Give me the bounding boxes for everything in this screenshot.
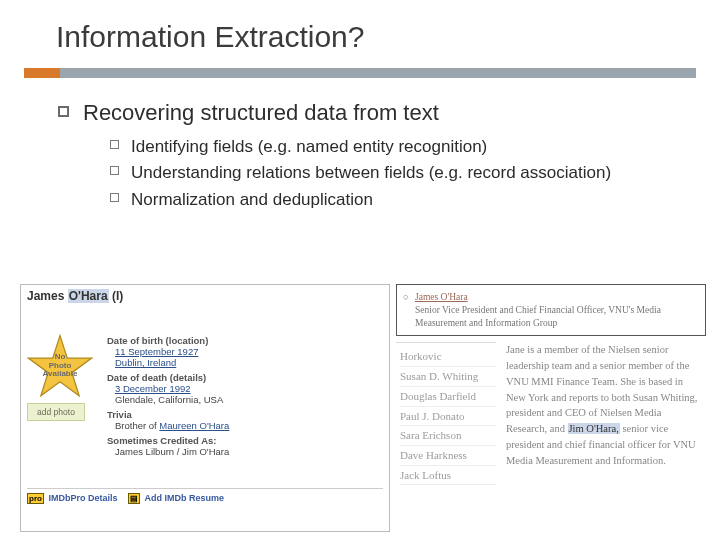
list-item[interactable]: Dave Harkness: [400, 446, 496, 466]
dod-place: Glendale, California, USA: [115, 394, 223, 405]
imdb-snippet: James O'Hara (I) No Photo Available add …: [20, 284, 390, 532]
bio-highlight: Jim O'Hara,: [568, 423, 620, 434]
aka-text: James Lilburn / Jim O'Hara: [115, 446, 229, 457]
bio-text-a: Jane is a member of the Nielsen senior l…: [506, 344, 697, 434]
role-name-link[interactable]: James O'Hara: [415, 292, 468, 302]
name-prefix: James: [27, 289, 64, 303]
imdb-pro-link[interactable]: IMDbPro Details: [46, 493, 119, 503]
dod-date-link[interactable]: 3 December 1992: [115, 383, 191, 394]
bottom-right-row: Horkovic Susan D. Whiting Douglas Darfie…: [396, 342, 706, 532]
accent-bar: [24, 68, 696, 78]
lvl2-text: Normalization and deduplication: [131, 187, 373, 213]
example-snippets: James O'Hara (I) No Photo Available add …: [20, 284, 706, 532]
square-bullet-icon: [110, 166, 119, 175]
list-item[interactable]: Douglas Darfield: [400, 387, 496, 407]
lvl2-text: Understanding relations between fields (…: [131, 160, 611, 186]
dob-date-link[interactable]: 11 September 1927: [115, 346, 198, 357]
role-snippet: ○ James O'Hara Senior Vice President and…: [396, 284, 706, 336]
slide-title: Information Extraction?: [0, 0, 720, 62]
imdb-resume-icon: ▤: [128, 493, 140, 504]
list-item[interactable]: Jack Loftus: [400, 466, 496, 486]
no-photo-label: No Photo Available: [43, 354, 78, 379]
bullet-level2-list: Identifying fields (e.g. named entity re…: [0, 126, 720, 213]
accent-gray: [60, 68, 696, 78]
dob-place-link[interactable]: Dublin, Ireland: [115, 357, 176, 368]
dod-label: Date of death (details): [107, 372, 383, 383]
aka-label: Sometimes Credited As:: [107, 435, 383, 446]
list-item[interactable]: Horkovic: [400, 347, 496, 367]
lvl1-text: Recovering structured data from text: [83, 100, 439, 126]
bullet-level2: Identifying fields (e.g. named entity re…: [110, 134, 720, 160]
bullet-level1: Recovering structured data from text: [0, 78, 720, 126]
accent-orange: [24, 68, 60, 78]
name-highlight: O'Hara: [68, 289, 109, 303]
add-photo-button[interactable]: add photo: [27, 403, 85, 421]
name-suffix: (I): [112, 289, 123, 303]
list-item[interactable]: Susan D. Whiting: [400, 367, 496, 387]
imdb-footer: pro IMDbPro Details ▤ Add IMDb Resume: [27, 488, 383, 527]
imdb-details: Date of birth (location) 11 September 19…: [107, 331, 383, 481]
list-item[interactable]: Sara Erichson: [400, 426, 496, 446]
imdb-pro-icon: pro: [27, 493, 44, 504]
square-bullet-icon: [58, 106, 69, 117]
trivia-text: Brother of: [115, 420, 159, 431]
lvl2-text: Identifying fields (e.g. named entity re…: [131, 134, 487, 160]
photo-column: No Photo Available add photo: [27, 331, 99, 481]
imdb-resume-link[interactable]: Add IMDb Resume: [142, 493, 226, 503]
square-bullet-icon: [110, 140, 119, 149]
list-item[interactable]: Paul J. Donato: [400, 407, 496, 427]
no-photo-star-icon: No Photo Available: [27, 333, 93, 399]
trivia-link[interactable]: Maureen O'Hara: [159, 420, 229, 431]
people-list: Horkovic Susan D. Whiting Douglas Darfie…: [396, 342, 496, 485]
role-desc: Senior Vice President and Chief Financia…: [415, 305, 661, 328]
bio-snippet: Jane is a member of the Nielsen senior l…: [502, 342, 706, 485]
dob-label: Date of birth (location): [107, 335, 383, 346]
square-bullet-icon: [110, 193, 119, 202]
trivia-label: Trivia: [107, 409, 383, 420]
circle-bullet-icon: ○: [403, 291, 409, 304]
bullet-level2: Understanding relations between fields (…: [110, 160, 720, 186]
bullet-level2: Normalization and deduplication: [110, 187, 720, 213]
imdb-name: James O'Hara (I): [27, 289, 383, 331]
